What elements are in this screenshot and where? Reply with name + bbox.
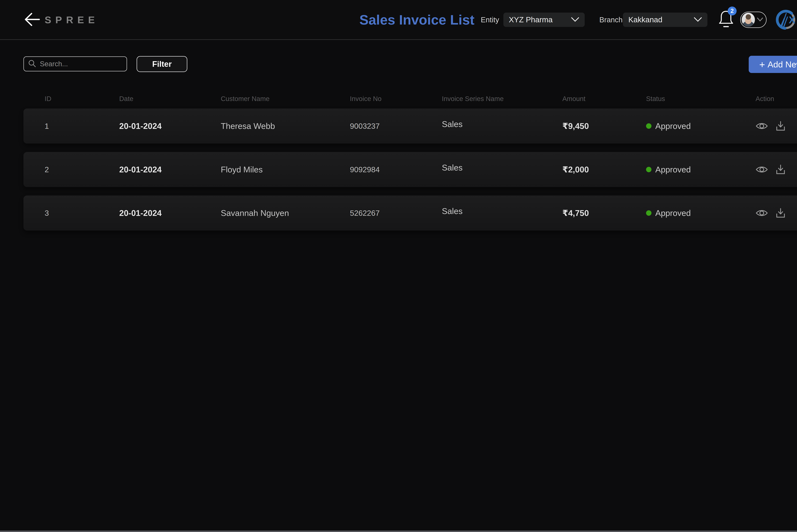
view-icon[interactable] (756, 209, 768, 217)
cell-customer-name: Theresa Webb (221, 121, 350, 131)
chevron-down-icon (571, 17, 579, 23)
table-row[interactable]: 3 20-01-2024 Savannah Nguyen 5262267 Sal… (23, 195, 797, 231)
cell-id: 2 (44, 165, 119, 174)
entity-value: XYZ Pharma (509, 15, 553, 24)
branch-dropdown[interactable]: Kakkanad (623, 13, 707, 27)
col-header-amount: Amount (562, 95, 646, 102)
col-header-status: Status (646, 95, 756, 102)
entity-dropdown[interactable]: XYZ Pharma (503, 13, 585, 27)
bottom-scrollbar[interactable] (0, 531, 797, 532)
cell-invoice-no: 5262267 (350, 209, 442, 217)
cell-action (756, 165, 797, 175)
table-header-row: ID Date Customer Name Invoice No Invoice… (23, 93, 797, 104)
page-title: Sales Invoice List (359, 12, 475, 27)
status-badge: Approved (646, 121, 756, 131)
avatar (742, 13, 755, 27)
col-header-invoice-no: Invoice No (350, 95, 442, 102)
user-menu[interactable] (740, 12, 766, 28)
cell-date: 20-01-2024 (119, 121, 221, 131)
invoice-list: 1 20-01-2024 Theresa Webb 9003237 Sales … (23, 109, 797, 239)
col-header-id: ID (44, 95, 119, 102)
branch-label: Branch (599, 16, 623, 24)
cell-date: 20-01-2024 (119, 165, 221, 174)
cell-customer-name: Savannah Nguyen (221, 208, 350, 218)
cell-invoice-no: 9003237 (350, 122, 442, 131)
col-header-date: Date (119, 95, 221, 102)
status-dot-icon (646, 167, 651, 172)
add-new-label: Add New (768, 59, 797, 69)
plus-icon: + (759, 59, 765, 70)
table-row[interactable]: 2 20-01-2024 Floyd Miles 9092984 Sales ₹… (23, 152, 797, 187)
status-badge: Approved (646, 208, 756, 218)
cell-amount: ₹9,450 (562, 121, 646, 131)
chevron-down-icon (757, 17, 763, 22)
notification-bell-button[interactable]: 2 (718, 8, 736, 32)
add-new-button[interactable]: + Add New (749, 56, 797, 73)
cell-amount: ₹4,750 (562, 208, 646, 218)
brand-logo-text: SPREE (44, 14, 99, 25)
table-row[interactable]: 1 20-01-2024 Theresa Webb 9003237 Sales … (23, 109, 797, 144)
download-icon[interactable] (776, 121, 785, 131)
company-logo-text: XYZ (789, 14, 797, 25)
back-arrow-icon (23, 11, 41, 29)
download-icon[interactable] (776, 208, 785, 218)
status-text: Approved (655, 121, 691, 131)
download-icon[interactable] (776, 165, 785, 175)
chevron-down-icon (694, 17, 702, 23)
company-logo: XYZ (775, 8, 797, 31)
status-badge: Approved (646, 165, 756, 174)
back-button[interactable] (23, 10, 41, 29)
status-text: Approved (655, 165, 691, 174)
cell-action (756, 208, 797, 218)
search-icon (28, 59, 36, 68)
cell-id: 3 (44, 209, 119, 217)
col-header-action: Action (756, 95, 797, 102)
branch-value: Kakkanad (628, 15, 663, 24)
search-input[interactable] (40, 60, 123, 68)
cell-invoice-series-name: Sales (442, 119, 562, 129)
cell-id: 1 (44, 122, 119, 131)
status-text: Approved (655, 208, 691, 218)
notification-count-badge: 2 (728, 6, 737, 16)
cell-invoice-series-name: Sales (442, 163, 562, 172)
view-icon[interactable] (756, 122, 768, 130)
cell-invoice-series-name: Sales (442, 206, 562, 216)
filter-button[interactable]: Filter (136, 56, 187, 72)
status-dot-icon (646, 210, 651, 216)
search-box (23, 56, 127, 71)
view-icon[interactable] (756, 165, 768, 174)
col-header-customer: Customer Name (221, 95, 350, 102)
col-header-series: Invoice Series Name (442, 95, 562, 102)
cell-invoice-no: 9092984 (350, 165, 442, 174)
status-dot-icon (646, 123, 651, 129)
filter-button-label: Filter (152, 59, 172, 69)
top-bar: SPREE Sales Invoice List Entity XYZ Phar… (0, 0, 797, 40)
bell-icon (718, 28, 734, 31)
cell-amount: ₹2,000 (562, 165, 646, 174)
cell-action (756, 121, 797, 131)
entity-label: Entity (481, 16, 499, 24)
cell-date: 20-01-2024 (119, 208, 221, 218)
cell-customer-name: Floyd Miles (221, 165, 350, 174)
